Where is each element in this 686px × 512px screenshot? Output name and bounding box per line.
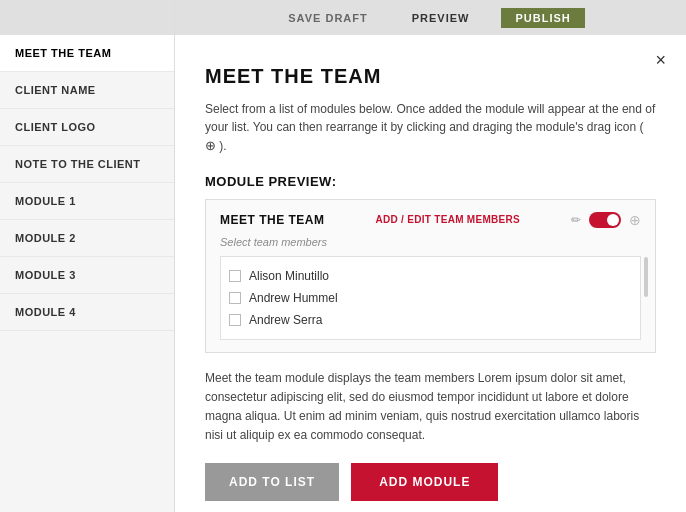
save-draft-button[interactable]: SAVE DRAFT: [276, 8, 379, 28]
publish-button[interactable]: PUBLISH: [501, 8, 584, 28]
sidebar-header: [0, 0, 174, 35]
sidebar-item-module-1[interactable]: MODULE 1: [0, 183, 174, 220]
team-members-list: Alison Minutillo Andrew Hummel Andrew Se…: [229, 265, 620, 331]
preview-box: MEET THE TEAM ADD / EDIT TEAM MEMBERS ✏ …: [205, 199, 656, 353]
sidebar-item-meet-the-team[interactable]: MEET THE TEAM: [0, 35, 174, 72]
team-member-row: Alison Minutillo: [229, 265, 620, 287]
modal-overlay: × MEET THE TEAM Select from a list of mo…: [175, 35, 686, 512]
modal-description: Select from a list of modules below. Onc…: [205, 100, 656, 156]
sidebar-item-module-4[interactable]: MODULE 4: [0, 294, 174, 331]
sidebar-item-module-3[interactable]: MODULE 3: [0, 257, 174, 294]
modal-title: MEET THE TEAM: [205, 65, 656, 88]
sidebar-item-module-2[interactable]: MODULE 2: [0, 220, 174, 257]
preview-box-actions: ✏ ⊕: [571, 212, 641, 228]
toggle-switch[interactable]: [589, 212, 621, 228]
member-checkbox-2[interactable]: [229, 314, 241, 326]
drag-icon[interactable]: ⊕: [629, 212, 641, 228]
sidebar-item-client-name[interactable]: CLIENT NAME: [0, 72, 174, 109]
modal-buttons: ADD TO LIST ADD MODULE: [205, 463, 656, 501]
sidebar-item-note-to-client[interactable]: NOTE TO THE CLIENT: [0, 146, 174, 183]
preview-box-header: MEET THE TEAM ADD / EDIT TEAM MEMBERS ✏ …: [220, 212, 641, 228]
scroll-bar[interactable]: [644, 257, 648, 297]
close-button[interactable]: ×: [655, 50, 666, 71]
module-preview-label: MODULE PREVIEW:: [205, 174, 656, 189]
member-checkbox-0[interactable]: [229, 270, 241, 282]
footer-description: Meet the team module displays the team m…: [205, 369, 656, 446]
sidebar-item-client-logo[interactable]: CLIENT LOGO: [0, 109, 174, 146]
preview-box-title: MEET THE TEAM: [220, 213, 325, 227]
preview-button[interactable]: PREVIEW: [400, 8, 482, 28]
top-bar: SAVE DRAFT PREVIEW PUBLISH: [175, 0, 686, 35]
add-edit-link[interactable]: ADD / EDIT TEAM MEMBERS: [375, 214, 520, 225]
edit-icon[interactable]: ✏: [571, 213, 581, 227]
select-team-label: Select team members: [220, 236, 641, 248]
team-member-row: Andrew Serra: [229, 309, 620, 331]
add-module-button[interactable]: ADD MODULE: [351, 463, 498, 501]
sidebar: MEET THE TEAM CLIENT NAME CLIENT LOGO NO…: [0, 0, 175, 512]
team-member-row: Andrew Hummel: [229, 287, 620, 309]
modal: × MEET THE TEAM Select from a list of mo…: [175, 35, 686, 512]
member-checkbox-1[interactable]: [229, 292, 241, 304]
drag-icon-inline: ⊕: [205, 138, 216, 153]
add-to-list-button[interactable]: ADD TO LIST: [205, 463, 339, 501]
